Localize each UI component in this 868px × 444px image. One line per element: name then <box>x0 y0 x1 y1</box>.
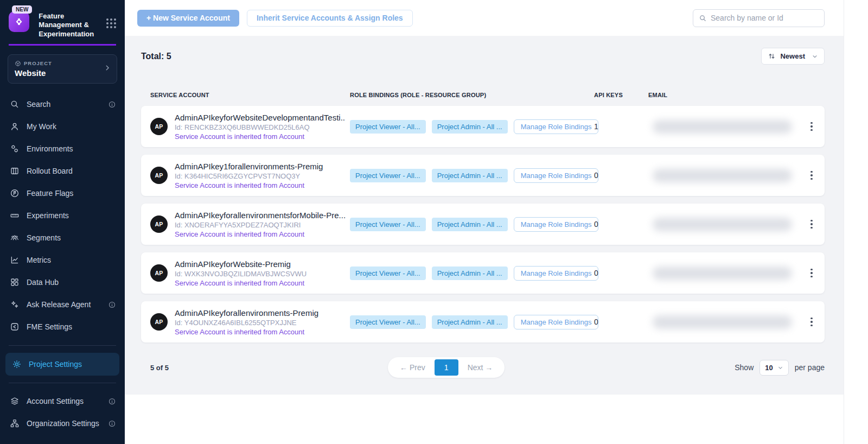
role-binding-badge[interactable]: Project Admin - All ... <box>432 267 508 280</box>
role-binding-badge[interactable]: Project Admin - All ... <box>432 120 508 134</box>
info-icon[interactable] <box>108 301 116 309</box>
service-account-id: Id: WXK3NVOJBQZILIDMAVBJWCSVWU <box>175 270 307 278</box>
org-chart-icon <box>10 418 20 428</box>
sidebar: NEW Feature Management & Experimentation… <box>0 0 125 444</box>
page-size-select[interactable]: 10 <box>760 360 788 376</box>
service-account-name: AdminAPIkey1forallenvironments-Premig <box>175 162 323 171</box>
search-icon <box>10 99 20 109</box>
sidebar-item-account-settings[interactable]: Account Settings <box>0 390 125 413</box>
total-count: Total: 5 <box>141 52 171 61</box>
manage-role-bindings-button[interactable]: Manage Role Bindings <box>514 266 599 281</box>
kebab-menu-icon[interactable] <box>807 119 816 135</box>
email-redacted <box>653 120 792 134</box>
search-input[interactable] <box>711 14 819 22</box>
inherited-note: Service Account is inherited from Accoun… <box>175 181 323 189</box>
info-icon[interactable] <box>108 420 116 428</box>
sidebar-item-fme-settings[interactable]: FME Settings <box>0 316 125 338</box>
app-switcher-icon[interactable] <box>106 18 116 28</box>
avatar: AP <box>150 264 168 282</box>
next-page-button[interactable]: Next → <box>458 363 502 372</box>
pagination: 5 of 5 ← Prev 1 Next → Show 10 per page <box>141 357 825 378</box>
sidebar-item-data-hub[interactable]: Data Hub <box>0 271 125 294</box>
project-selector[interactable]: PROJECT Website <box>8 54 117 84</box>
show-label: Show <box>735 363 754 372</box>
manage-role-bindings-button[interactable]: Manage Role Bindings <box>514 168 599 183</box>
line-chart-icon <box>10 255 20 265</box>
project-label: PROJECT <box>24 60 52 66</box>
sidebar-item-project-settings[interactable]: Project Settings <box>5 353 119 376</box>
sidebar-item-feature-flags[interactable]: Feature Flags <box>0 182 125 205</box>
sidebar-item-ask-release-agent[interactable]: Ask Release Agent <box>0 294 125 316</box>
chevron-right-icon <box>104 64 111 74</box>
search-field[interactable] <box>693 9 825 27</box>
new-service-account-button[interactable]: + New Service Account <box>137 10 239 27</box>
ruler-icon <box>10 211 20 220</box>
role-binding-badge[interactable]: Project Viewer - All... <box>350 218 426 231</box>
fme-settings-icon <box>10 322 20 332</box>
main-area: + New Service Account Inherit Service Ac… <box>125 0 868 444</box>
sidebar-item-segments[interactable]: Segments <box>0 227 125 249</box>
sidebar-item-my-work[interactable]: My Work <box>0 116 125 138</box>
chevron-down-icon <box>777 365 783 371</box>
avatar: AP <box>150 118 168 135</box>
role-binding-badge[interactable]: Project Admin - All ... <box>432 315 508 329</box>
service-account-id: Id: K364HIC5RI6GZGYCPVST7NOQ3Y <box>175 172 323 180</box>
gear-icon <box>12 359 22 369</box>
email-redacted <box>653 267 792 280</box>
sidebar-nav: Search My Work Environments Rollout Boar… <box>0 93 125 338</box>
sidebar-item-label: FME Settings <box>27 322 72 331</box>
table-header: SERVICE ACCOUNT ROLE BINDINGS (ROLE - RE… <box>141 92 825 98</box>
role-binding-badge[interactable]: Project Viewer - All... <box>350 267 426 280</box>
sidebar-item-environments[interactable]: Environments <box>0 138 125 160</box>
role-binding-badge[interactable]: Project Admin - All ... <box>432 218 508 231</box>
service-account-id: Id: XNOERAFYYA5XPDEZ7AOQTJKIRI <box>175 221 346 229</box>
info-icon[interactable] <box>108 100 116 109</box>
page-size-value: 10 <box>765 364 773 372</box>
kebab-menu-icon[interactable] <box>807 265 816 281</box>
inherited-note: Service Account is inherited from Accoun… <box>175 230 346 238</box>
api-keys-count: 0 <box>594 171 648 180</box>
inherited-note: Service Account is inherited from Accoun… <box>175 132 346 141</box>
inherited-note: Service Account is inherited from Accoun… <box>175 328 318 336</box>
info-icon[interactable] <box>108 397 116 405</box>
user-icon <box>10 122 20 131</box>
prev-page-button[interactable]: ← Prev <box>391 363 435 372</box>
sidebar-item-experiments[interactable]: Experiments <box>0 205 125 227</box>
inherit-service-accounts-button[interactable]: Inherit Service Accounts & Assign Roles <box>247 10 413 27</box>
manage-role-bindings-button[interactable]: Manage Role Bindings <box>514 315 599 329</box>
role-binding-badge[interactable]: Project Viewer - All... <box>350 120 426 134</box>
sort-dropdown[interactable]: Newest <box>761 48 825 65</box>
kebab-menu-icon[interactable] <box>807 217 816 232</box>
app-logo-icon <box>9 11 29 32</box>
sidebar-item-label: Feature Flags <box>27 189 73 198</box>
role-binding-badge[interactable]: Project Viewer - All... <box>350 169 426 182</box>
sidebar-item-label: Metrics <box>27 256 51 264</box>
sidebar-item-rollout-board[interactable]: Rollout Board <box>0 160 125 182</box>
kebab-menu-icon[interactable] <box>807 314 816 330</box>
api-keys-count: 0 <box>594 269 648 277</box>
sidebar-item-search[interactable]: Search <box>0 93 125 116</box>
layers-icon <box>10 396 20 406</box>
inherited-note: Service Account is inherited from Accoun… <box>175 279 307 287</box>
sidebar-item-label: Organization Settings <box>27 419 99 428</box>
role-binding-badge[interactable]: Project Viewer - All... <box>350 315 426 329</box>
kebab-menu-icon[interactable] <box>807 168 816 183</box>
page-1-button[interactable]: 1 <box>435 359 458 376</box>
avatar: AP <box>150 313 168 331</box>
sidebar-item-label: Ask Release Agent <box>27 300 91 309</box>
api-keys-count: 1 <box>594 122 648 131</box>
sidebar-item-label: Experiments <box>27 211 69 220</box>
search-icon <box>699 14 707 22</box>
per-page-label: per page <box>795 363 825 372</box>
role-binding-badge[interactable]: Project Admin - All ... <box>432 169 508 182</box>
divider <box>9 383 116 383</box>
service-account-id: Id: RENCKBZ3XQ6UBBWWEDKD25L6AQ <box>175 123 346 131</box>
sort-value: Newest <box>780 52 805 60</box>
sidebar-item-organization-settings[interactable]: Organization Settings <box>0 413 125 435</box>
sort-arrows-icon <box>768 52 776 60</box>
manage-role-bindings-button[interactable]: Manage Role Bindings <box>514 119 599 134</box>
manage-role-bindings-button[interactable]: Manage Role Bindings <box>514 217 599 232</box>
column-api-keys: API KEYS <box>594 92 648 98</box>
sidebar-item-metrics[interactable]: Metrics <box>0 249 125 271</box>
service-account-name: AdminAPIkeyforallenvironmentsforMobile-P… <box>175 211 346 220</box>
